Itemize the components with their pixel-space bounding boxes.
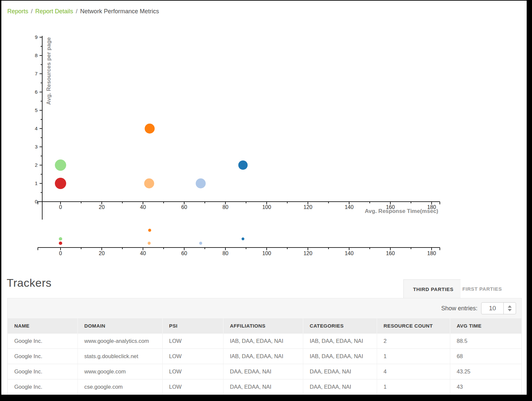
bubble-light-orange-overview [148,242,151,245]
bubble-light-blue-overview [199,242,202,245]
show-entries-label: Show entries: [441,305,477,312]
svg-text:20: 20 [99,204,105,210]
svg-text:0: 0 [35,199,38,204]
x-axis-title: Avg. Response Time(msec) [365,208,438,214]
spinner-up-icon[interactable] [508,305,512,308]
table-cell: LOW [162,333,223,349]
bubble-dark-blue[interactable] [238,160,248,170]
svg-text:0: 0 [59,251,62,256]
svg-text:120: 120 [304,251,313,256]
svg-text:80: 80 [222,204,228,210]
table-cell: www.google.com [77,364,162,379]
table-cell: IAB, DAA, EDAA, NAI [303,333,377,349]
bubble-red-overview [59,242,62,245]
trackers-heading: Trackers [7,276,52,289]
table-row[interactable]: Google Inc.www.google.comLOWDAA, EDAA, N… [8,364,521,379]
bubble-light-orange[interactable] [144,178,154,188]
svg-text:100: 100 [262,204,271,210]
svg-text:40: 40 [140,251,146,256]
svg-text:2: 2 [35,162,38,168]
table-cell: 88.5 [450,333,521,349]
svg-text:8: 8 [35,52,38,58]
spinner-down-icon[interactable] [508,309,512,311]
table-cell: LOW [162,349,223,364]
table-cell: 2 [377,333,450,349]
svg-text:160: 160 [386,251,395,256]
table-cell: IAB, DAA, EDAA, NAI [223,333,303,349]
table-row[interactable]: Google Inc.cse.google.comLOWDAA, EDAA, N… [8,379,521,394]
column-header-resource-count: RESOURCE COUNT [377,318,450,333]
screenshot-frame-left [0,0,1,401]
bubble-light-blue[interactable] [196,178,206,188]
table-cell: Google Inc. [8,333,77,349]
table-row[interactable]: Google Inc.stats.g.doubleclick.netLOWIAB… [8,349,521,364]
svg-text:6: 6 [35,89,38,95]
bubble-red[interactable] [55,178,66,189]
table-cell: 1 [377,379,450,394]
svg-text:120: 120 [304,204,313,210]
y-axis-title: Avg. Resources per page [46,37,52,105]
column-header-categories: CATEGORIES [303,318,377,333]
table-cell: IAB, DAA, EDAA, NAI [223,349,303,364]
table-cell: DAA, EDAA, NAI [303,364,377,379]
svg-text:0: 0 [59,204,62,210]
table-cell: 1 [377,349,450,364]
show-entries-value: 10 [481,303,504,314]
table-header-row: NAMEDOMAINPSIAFFILIATIONSCATEGORIESRESOU… [8,318,521,333]
svg-text:140: 140 [345,204,354,210]
svg-text:1: 1 [35,180,38,186]
svg-text:40: 40 [140,204,146,210]
trackers-table: NAMEDOMAINPSIAFFILIATIONSCATEGORIESRESOU… [8,318,521,394]
table-cell: Google Inc. [8,364,77,379]
page: Reports/Report Details/Network Performan… [1,1,527,395]
table-cell: stats.g.doubleclick.net [77,349,162,364]
bubble-dark-blue-overview [242,238,244,240]
svg-text:3: 3 [35,144,38,150]
svg-text:100: 100 [262,251,271,256]
bubble-green-overview [59,237,62,241]
svg-text:4: 4 [35,126,38,131]
table-row[interactable]: Google Inc.www.google-analytics.comLOWIA… [8,333,521,349]
trackers-panel: Show entries: 10 NAMEDOMAINPSIAFFILIATIO… [7,298,522,394]
svg-text:180: 180 [427,251,436,256]
bubble-orange-overview [148,229,151,232]
svg-text:80: 80 [222,251,228,256]
table-cell: DAA, EDAA, NAI [223,364,303,379]
column-header-domain: DOMAIN [77,318,162,333]
column-header-avg-time: AVG TIME [450,318,521,333]
bubble-chart: 0123456789020406080100120140160180Avg. R… [1,1,527,266]
table-cell: Google Inc. [8,349,77,364]
show-entries-select[interactable]: 10 [481,302,516,314]
show-entries-bar: Show entries: 10 [8,298,521,318]
svg-text:60: 60 [181,251,187,256]
table-cell: LOW [162,379,223,394]
tab-third-parties[interactable]: THIRD PARTIES [403,279,463,298]
bubble-orange[interactable] [145,124,155,134]
bubble-green[interactable] [55,159,66,171]
column-header-affiliations: AFFILIATIONS [223,318,303,333]
table-cell: IAB, DAA, EDAA, NAI [303,349,377,364]
table-cell: 4 [377,364,450,379]
svg-text:20: 20 [99,251,105,256]
table-cell: 43 [450,379,521,394]
svg-text:140: 140 [345,251,354,256]
table-cell: DAA, EDAA, NAI [223,379,303,394]
table-cell: Google Inc. [8,379,77,394]
svg-text:7: 7 [35,71,38,76]
spinner-arrows[interactable] [504,303,516,314]
svg-text:5: 5 [35,107,38,113]
tab-first-parties[interactable]: FIRST PARTIES [461,279,504,298]
table-cell: 43.25 [450,364,521,379]
table-cell: DAA, EDAA, NAI [303,379,377,394]
table-cell: LOW [162,364,223,379]
table-cell: cse.google.com [77,379,162,394]
table-cell: www.google-analytics.com [77,333,162,349]
column-header-psi: PSI [162,318,223,333]
column-header-name: NAME [8,318,77,333]
screenshot-frame-right [527,0,532,401]
table-cell: 68 [450,349,521,364]
svg-text:60: 60 [181,204,187,210]
svg-text:9: 9 [35,34,38,40]
